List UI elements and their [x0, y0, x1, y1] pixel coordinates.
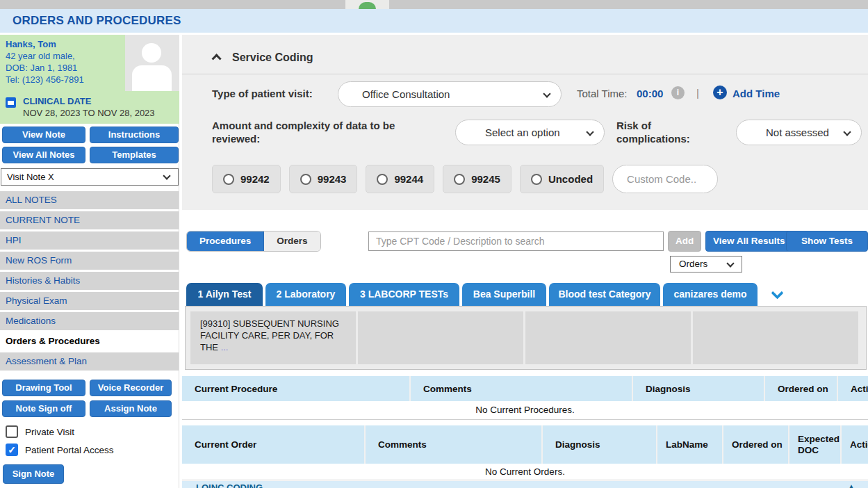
procedures-table-header: Current Procedure Comments Diagnosis Ord…: [182, 376, 868, 401]
collapse-arrow-up-icon[interactable]: ▲: [848, 482, 855, 488]
active-tab[interactable]: [345, 0, 389, 9]
test-card-empty: [525, 311, 691, 364]
orders-filter-select[interactable]: Orders: [670, 256, 742, 273]
test-card-99310[interactable]: [99310] SUBSEQUENT NURSING FACILITY CARE…: [190, 311, 356, 364]
column-header: Comments: [411, 376, 633, 401]
patient-avatar: [125, 35, 179, 91]
code-option-99242[interactable]: 99242: [212, 165, 281, 193]
clinical-date-row: CLINICAL DATE NOV 28, 2023 TO NOV 28, 20…: [6, 96, 177, 119]
private-visit-row: Private Visit: [6, 425, 179, 438]
test-card-empty: [693, 311, 858, 364]
column-header: Diagnosis: [543, 425, 657, 464]
view-all-notes-button[interactable]: View All Notes: [2, 147, 85, 163]
sidebar-item-histories-habits[interactable]: Histories & Habits: [0, 272, 179, 290]
complexity-value: Select an option: [485, 127, 560, 138]
filter-row: Orders: [182, 256, 868, 273]
assign-note-button[interactable]: Assign Note: [90, 400, 172, 417]
service-coding-title: Service Coding: [232, 51, 313, 64]
sign-note-button[interactable]: Sign Note: [3, 464, 64, 484]
column-header: Expected DOC: [789, 425, 842, 464]
category-tab-laboratory[interactable]: 2 Laboratory: [265, 283, 346, 306]
radio-icon[interactable]: [454, 174, 465, 185]
column-header: Ordered on: [723, 425, 789, 464]
avatar-silhouette-icon: [142, 43, 161, 63]
drawing-tool-button[interactable]: Drawing Tool: [2, 380, 85, 396]
radio-icon[interactable]: [223, 174, 234, 185]
add-time-plus-icon[interactable]: +: [713, 86, 727, 99]
service-coding-header[interactable]: Service Coding: [182, 35, 868, 74]
procedures-orders-toggle: Procedures Orders: [186, 231, 321, 252]
view-all-results-button[interactable]: View All Results: [705, 231, 793, 252]
browser-tab-strip: [0, 0, 868, 9]
sidebar-item-hpi[interactable]: HPI: [0, 231, 179, 250]
category-tab-ailyn-test[interactable]: 1 Ailyn Test: [186, 283, 263, 306]
chevron-down-icon: [843, 128, 851, 136]
code-option-uncoded[interactable]: Uncoded: [520, 165, 604, 193]
private-visit-checkbox[interactable]: [6, 425, 18, 438]
tab-procedures[interactable]: Procedures: [187, 231, 264, 251]
loinc-coding-section-header[interactable]: LOINC CODING ▲: [182, 481, 868, 488]
test-card-empty: [358, 311, 523, 364]
show-tests-due-button[interactable]: Show Tests due: [786, 231, 868, 252]
code-option-99244[interactable]: 99244: [366, 165, 434, 193]
info-icon[interactable]: i: [671, 86, 685, 99]
sidebar-item-medications[interactable]: Medications: [0, 312, 179, 330]
cpt-search-input[interactable]: [368, 231, 664, 251]
sidebar-item-physical-exam[interactable]: Physical Exam: [0, 292, 179, 310]
person-icon: [359, 2, 376, 9]
tool-buttons: Drawing Tool Voice Recorder Note Sign of…: [0, 373, 179, 420]
sidebar-item-all-notes[interactable]: ALL NOTES: [0, 191, 179, 209]
code-option-99243[interactable]: 99243: [289, 165, 358, 193]
orders-toolbar: Procedures Orders Add View All Results S…: [182, 231, 868, 252]
calendar-icon[interactable]: [6, 97, 16, 108]
complexity-select[interactable]: Select an option: [455, 120, 605, 145]
visit-note-select-value: Visit Note X: [7, 172, 54, 182]
service-coding-panel: Service Coding Type of patient visit: Of…: [182, 35, 868, 210]
sidebar-item-current-note[interactable]: CURRENT NOTE: [0, 211, 179, 229]
column-header: Action: [842, 425, 868, 464]
risk-select[interactable]: Not assessed: [736, 120, 862, 145]
visit-type-select[interactable]: Office Consultation: [338, 81, 562, 107]
visit-type-value: Office Consultation: [362, 88, 450, 100]
clinical-date-value: NOV 28, 2023 TO NOV 28, 2023: [23, 107, 177, 119]
main-content: Service Coding Type of patient visit: Of…: [182, 35, 868, 488]
note-sign-off-button[interactable]: Note Sign off: [2, 400, 85, 417]
tab-orders[interactable]: Orders: [264, 231, 320, 251]
current-procedures-table: Current Procedure Comments Diagnosis Ord…: [182, 376, 868, 420]
more-categories-chevron-down-icon[interactable]: [771, 286, 783, 299]
chevron-down-icon: [586, 128, 593, 136]
visit-note-select[interactable]: Visit Note X: [1, 168, 179, 186]
complexity-label: Amount and complexity of data to be revi…: [212, 119, 441, 145]
add-button[interactable]: Add: [668, 231, 701, 252]
category-tab-blood-test-category[interactable]: Blood test Category: [549, 283, 660, 306]
loinc-coding-title: LOINC CODING: [196, 482, 263, 488]
code-option-99245[interactable]: 99245: [443, 165, 511, 193]
category-tab-labcorp-tests[interactable]: 3 LABCORP TESTs: [349, 283, 459, 306]
app-window: ORDERS AND PROCEDURES Hanks, Tom 42 year…: [0, 0, 868, 488]
patient-card: Hanks, Tom 42 year old male, DOB: Jan 1,…: [0, 35, 179, 124]
instructions-button[interactable]: Instructions: [90, 127, 179, 143]
procedures-empty-row: No Current Procedures.: [182, 401, 868, 420]
private-visit-label: Private Visit: [25, 427, 74, 437]
templates-button[interactable]: Templates: [90, 147, 179, 163]
test-card-more-link[interactable]: ...: [221, 342, 229, 352]
radio-icon[interactable]: [300, 174, 311, 185]
add-time-button[interactable]: Add Time: [732, 88, 780, 99]
custom-code-input[interactable]: [612, 165, 718, 193]
chevron-down-icon: [163, 172, 170, 179]
view-note-button[interactable]: View Note: [2, 127, 85, 143]
patient-portal-checkbox[interactable]: ✓: [6, 444, 18, 456]
page-header: ORDERS AND PROCEDURES: [0, 9, 868, 33]
voice-recorder-button[interactable]: Voice Recorder: [90, 380, 172, 396]
chevron-down-icon: [726, 259, 734, 267]
category-tabs: 1 Ailyn Test 2 Laboratory 3 LABCORP TEST…: [182, 283, 868, 306]
current-orders-table: Current Order Comments Diagnosis LabName…: [182, 425, 868, 480]
radio-icon[interactable]: [531, 174, 542, 185]
sidebar-item-new-ros-form[interactable]: New ROS Form: [0, 252, 179, 270]
category-tab-bea-superbill[interactable]: Bea Superbill: [462, 283, 546, 306]
sidebar-item-orders-procedures[interactable]: Orders & Procedures: [0, 332, 179, 350]
category-tab-canizares-demo[interactable]: canizares demo: [663, 283, 758, 306]
collapse-chevron-up-icon[interactable]: [212, 54, 222, 63]
sidebar-item-assessment-plan[interactable]: Assessment & Plan: [0, 352, 179, 371]
radio-icon[interactable]: [377, 174, 388, 185]
